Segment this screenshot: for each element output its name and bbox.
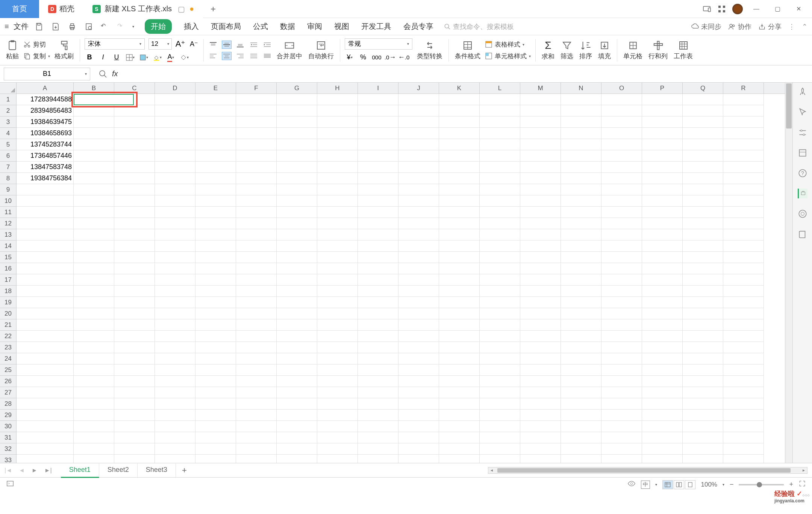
cell-K25[interactable] — [439, 364, 480, 376]
cell-Q28[interactable] — [683, 398, 723, 410]
cell-K32[interactable] — [439, 443, 480, 455]
cell-style-button[interactable]: 单元格样式▾ — [485, 52, 531, 60]
row-header-11[interactable]: 11 — [0, 207, 16, 218]
cursor-icon[interactable] — [798, 107, 807, 117]
cell-fill-pattern-button[interactable]: ▾ — [139, 53, 148, 62]
cell-F29[interactable] — [236, 410, 277, 421]
font-size-select[interactable]: 12▾ — [148, 38, 172, 50]
cell-P10[interactable] — [642, 195, 683, 207]
cell-Q4[interactable] — [683, 128, 723, 139]
cell-C18[interactable] — [114, 286, 155, 297]
cell-F5[interactable] — [236, 139, 277, 150]
cell-R19[interactable] — [723, 297, 764, 308]
cell-L12[interactable] — [480, 218, 520, 229]
cell-N1[interactable] — [561, 94, 601, 105]
cell-P30[interactable] — [642, 421, 683, 432]
cell-I16[interactable] — [358, 263, 398, 274]
cell-P14[interactable] — [642, 240, 683, 252]
col-header-C[interactable]: C — [114, 83, 155, 94]
cell-A23[interactable] — [17, 342, 74, 353]
cell-O14[interactable] — [601, 240, 642, 252]
cell-M19[interactable] — [520, 297, 561, 308]
cell-R17[interactable] — [723, 274, 764, 286]
cell-B18[interactable] — [74, 286, 114, 297]
cell-C16[interactable] — [114, 263, 155, 274]
cell-G18[interactable] — [277, 286, 317, 297]
cell-N9[interactable] — [561, 184, 601, 195]
cell-B19[interactable] — [74, 297, 114, 308]
cell-A1[interactable]: 17283944588 — [17, 94, 74, 105]
cell-M31[interactable] — [520, 432, 561, 443]
cell-A33[interactable] — [17, 455, 74, 463]
cell-A7[interactable]: 13847583748 — [17, 162, 74, 173]
cell-P32[interactable] — [642, 443, 683, 455]
cell-C28[interactable] — [114, 398, 155, 410]
cell-O17[interactable] — [601, 274, 642, 286]
cell-H20[interactable] — [317, 308, 358, 319]
row-header-10[interactable]: 10 — [0, 195, 16, 207]
cell-P33[interactable] — [642, 455, 683, 463]
cell-K8[interactable] — [439, 173, 480, 184]
cell-H29[interactable] — [317, 410, 358, 421]
cell-K18[interactable] — [439, 286, 480, 297]
cell-Q32[interactable] — [683, 443, 723, 455]
cell-N24[interactable] — [561, 353, 601, 364]
cell-C21[interactable] — [114, 319, 155, 331]
cell-H2[interactable] — [317, 105, 358, 116]
cell-N20[interactable] — [561, 308, 601, 319]
cell-E14[interactable] — [195, 240, 236, 252]
tab-menu-icon[interactable]: ▢ — [178, 5, 185, 14]
cell-L20[interactable] — [480, 308, 520, 319]
cell-E29[interactable] — [195, 410, 236, 421]
cell-O22[interactable] — [601, 331, 642, 342]
cell-R22[interactable] — [723, 331, 764, 342]
cell-G17[interactable] — [277, 274, 317, 286]
cell-M12[interactable] — [520, 218, 561, 229]
cell-H21[interactable] — [317, 319, 358, 331]
cell-O1[interactable] — [601, 94, 642, 105]
cell-J15[interactable] — [398, 252, 439, 263]
cell-A3[interactable]: 19384639475 — [17, 116, 74, 128]
cell-G27[interactable] — [277, 387, 317, 398]
cell-F9[interactable] — [236, 184, 277, 195]
cell-R32[interactable] — [723, 443, 764, 455]
cell-A12[interactable] — [17, 218, 74, 229]
cell-Q1[interactable] — [683, 94, 723, 105]
cell-D31[interactable] — [155, 432, 195, 443]
cell-L31[interactable] — [480, 432, 520, 443]
cell-M25[interactable] — [520, 364, 561, 376]
cell-K7[interactable] — [439, 162, 480, 173]
zoom-level[interactable]: 100% — [701, 481, 717, 488]
cell-O31[interactable] — [601, 432, 642, 443]
cell-P21[interactable] — [642, 319, 683, 331]
cell-M32[interactable] — [520, 443, 561, 455]
cell-F11[interactable] — [236, 207, 277, 218]
cell-H33[interactable] — [317, 455, 358, 463]
cell-F12[interactable] — [236, 218, 277, 229]
row-header-23[interactable]: 23 — [0, 342, 16, 353]
cell-P18[interactable] — [642, 286, 683, 297]
cell-F3[interactable] — [236, 116, 277, 128]
cell-B2[interactable] — [74, 105, 114, 116]
cell-A32[interactable] — [17, 443, 74, 455]
cell-F28[interactable] — [236, 398, 277, 410]
row-header-26[interactable]: 26 — [0, 376, 16, 387]
cell-O30[interactable] — [601, 421, 642, 432]
hamburger-icon[interactable]: ≡ — [5, 22, 9, 31]
col-header-H[interactable]: H — [317, 83, 358, 94]
cell-F7[interactable] — [236, 162, 277, 173]
cell-H16[interactable] — [317, 263, 358, 274]
cell-C1[interactable] — [114, 94, 155, 105]
cell-F19[interactable] — [236, 297, 277, 308]
cell-B13[interactable] — [74, 229, 114, 240]
cell-C22[interactable] — [114, 331, 155, 342]
cell-F2[interactable] — [236, 105, 277, 116]
prev-sheet-button[interactable]: ◄ — [19, 467, 25, 474]
cell-I15[interactable] — [358, 252, 398, 263]
cell-N18[interactable] — [561, 286, 601, 297]
cell-L28[interactable] — [480, 398, 520, 410]
row-header-1[interactable]: 1 — [0, 94, 16, 105]
cell-C11[interactable] — [114, 207, 155, 218]
increase-font-icon[interactable]: A⁺ — [176, 39, 185, 49]
cell-K26[interactable] — [439, 376, 480, 387]
